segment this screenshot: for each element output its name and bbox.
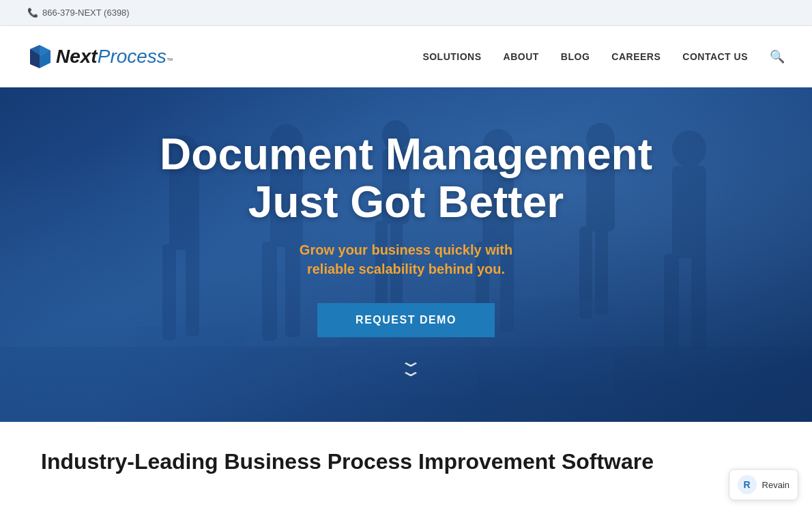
scroll-down-icon[interactable]: ⌄⌄ — [398, 356, 414, 376]
below-hero-title: Industry-Leading Business Process Improv… — [41, 449, 771, 474]
request-demo-button[interactable]: REQUEST DEMO — [317, 303, 495, 337]
top-bar: 📞 866-379-NEXT (6398) — [0, 0, 812, 26]
revain-badge[interactable]: R Revain — [729, 469, 798, 488]
main-nav: SOLUTIONS ABOUT BLOG CAREERS CONTACT US … — [422, 49, 785, 64]
nav-item-solutions[interactable]: SOLUTIONS — [422, 51, 481, 62]
phone-number: 866-379-NEXT (6398) — [42, 8, 130, 18]
logo-tm: ™ — [166, 57, 173, 64]
nav-item-blog[interactable]: BLOG — [561, 51, 590, 62]
logo-wordmark: NextProcess™ — [56, 46, 173, 68]
hero-content: Document Management Just Got Better Grow… — [132, 130, 680, 379]
revain-label: Revain — [762, 480, 789, 489]
phone-icon: 📞 — [27, 8, 38, 18]
hero-title: Document Management Just Got Better — [160, 130, 652, 227]
logo-process: Process — [98, 46, 166, 68]
revain-icon: R — [738, 475, 757, 488]
nav-item-careers[interactable]: CAREERS — [611, 51, 661, 62]
phone-bar: 📞 866-379-NEXT (6398) — [27, 8, 130, 18]
header: NextProcess™ SOLUTIONS ABOUT BLOG CAREER… — [0, 26, 812, 87]
below-hero-section: Industry-Leading Business Process Improv… — [0, 422, 812, 488]
hero-subtitle: Grow your business quickly with reliable… — [160, 240, 652, 279]
logo-svg-icon — [27, 44, 53, 70]
logo[interactable]: NextProcess™ — [27, 44, 173, 70]
search-icon[interactable]: 🔍 — [770, 49, 785, 64]
nav-item-contact[interactable]: CONTACT US — [682, 51, 748, 62]
nav-item-about[interactable]: ABOUT — [504, 51, 539, 62]
hero-section: Document Management Just Got Better Grow… — [0, 87, 812, 422]
logo-next: Next — [56, 46, 98, 68]
